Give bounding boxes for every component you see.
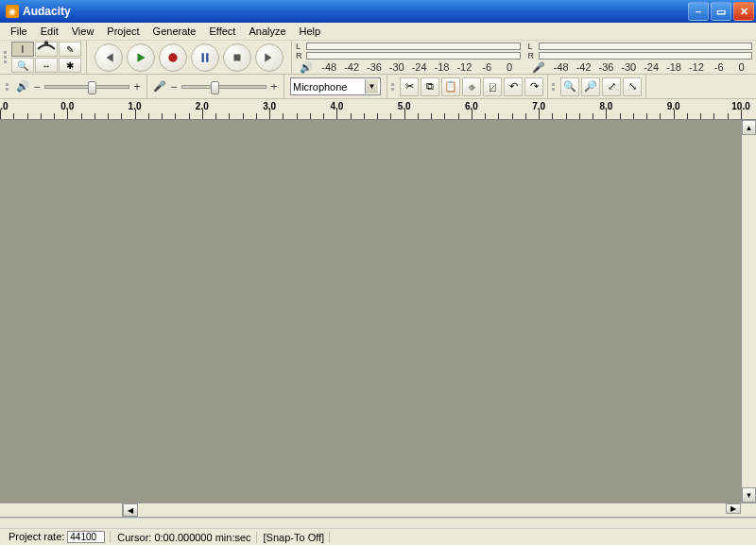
skip-end-button[interactable] — [255, 43, 284, 72]
menu-analyze[interactable]: Analyze — [242, 24, 292, 39]
pause-button[interactable] — [191, 43, 219, 72]
zoom-out-button[interactable]: 🔎 — [581, 77, 600, 96]
snap-mode[interactable]: [Snap-To Off] — [259, 532, 331, 543]
grip[interactable] — [6, 83, 9, 91]
window-controls: – ▭ ✕ — [688, 2, 754, 21]
scroll-left-button[interactable]: ◀ — [123, 503, 138, 517]
envelope-tool[interactable] — [35, 42, 58, 57]
trim-button[interactable]: ⎆ — [462, 77, 481, 96]
svg-rect-2 — [234, 54, 241, 60]
scroll-right-button[interactable]: ▶ — [726, 503, 741, 514]
multi-tool[interactable]: ✱ — [59, 58, 81, 73]
grip[interactable] — [552, 83, 556, 91]
grip[interactable] — [391, 83, 395, 91]
titlebar: ◉ Audacity – ▭ ✕ — [0, 0, 756, 23]
fit-selection-button[interactable]: ⤢ — [602, 77, 621, 96]
fit-project-button[interactable]: ⤡ — [623, 77, 642, 96]
silence-button[interactable]: ⍁ — [483, 77, 502, 96]
cut-button[interactable]: ✂ — [400, 77, 419, 96]
menu-project[interactable]: Project — [100, 24, 146, 39]
menu-view[interactable]: View — [65, 24, 101, 39]
meter-r-label: R — [296, 51, 303, 60]
cursor-position: Cursor: 0:00.000000 min:sec — [112, 532, 256, 543]
track-area: ▲ ▼ — [0, 120, 756, 502]
close-button[interactable]: ✕ — [733, 2, 754, 21]
menu-effect[interactable]: Effect — [202, 24, 242, 39]
maximize-button[interactable]: ▭ — [711, 2, 731, 21]
play-button[interactable] — [127, 43, 155, 72]
menu-help[interactable]: Help — [293, 24, 328, 39]
paste-button[interactable]: 📋 — [441, 77, 460, 96]
zoom-in-button[interactable]: 🔍 — [560, 77, 579, 96]
skip-start-button[interactable] — [94, 43, 123, 72]
meter-l-label: L — [296, 42, 303, 51]
speaker-icon: 🔊 — [16, 80, 29, 93]
track-canvas[interactable] — [0, 120, 741, 502]
input-meter-l[interactable] — [539, 43, 753, 50]
draw-tool[interactable]: ✎ — [59, 42, 81, 57]
input-volume-slider[interactable] — [181, 85, 266, 89]
horizontal-scrollbar[interactable]: ◀ ▶ — [123, 503, 741, 517]
window-title: Audacity — [23, 5, 688, 18]
menu-edit[interactable]: Edit — [34, 24, 65, 39]
transport-group — [87, 41, 292, 74]
output-meter-r[interactable] — [306, 52, 521, 60]
edit-group: ✂ ⧉ 📋 ⎆ ⍁ ↶ ↷ — [387, 75, 548, 98]
mic-icon: 🎤 — [528, 60, 550, 74]
input-volume-group: 🎤 − + — [147, 75, 284, 98]
statusbar: Project rate: Cursor: 0:00.000000 min:se… — [0, 529, 756, 545]
vertical-scrollbar[interactable]: ▲ ▼ — [741, 120, 756, 502]
project-rate-cell: Project rate: — [4, 531, 111, 543]
horizontal-scroll-row: ◀ ▶ — [0, 502, 756, 518]
redo-button[interactable]: ↷ — [524, 77, 543, 96]
menu-generate[interactable]: Generate — [146, 24, 203, 39]
selection-tool[interactable]: I — [11, 42, 34, 57]
output-volume-slider[interactable] — [44, 85, 129, 89]
record-button[interactable] — [159, 43, 187, 72]
output-volume-group: 🔊 − + — [0, 75, 147, 98]
tools-group: I ✎ 🔍 ↔ ✱ — [0, 41, 87, 74]
mic-icon: 🎤 — [153, 80, 166, 93]
input-source-select[interactable]: Microphone ▼ — [290, 77, 381, 95]
selection-bar[interactable] — [0, 518, 756, 529]
output-meter-scale: 🔊 -48-42-36-30-24-18-12-60 — [296, 60, 521, 74]
secondary-toolbar: 🔊 − + 🎤 − + Microphone ▼ ✂ ⧉ 📋 ⎆ ⍁ ↶ ↷ 🔍… — [0, 75, 756, 99]
zoom-tool[interactable]: 🔍 — [11, 58, 34, 73]
chevron-down-icon: ▼ — [365, 79, 378, 94]
timeline-ruler[interactable]: -1.00.01.02.03.04.05.06.07.08.09.010.0 — [0, 99, 756, 120]
input-meter-r[interactable] — [539, 52, 753, 60]
svg-point-0 — [44, 41, 48, 44]
scroll-up-button[interactable]: ▲ — [742, 120, 756, 135]
input-meter: L R 🎤 -48-42-36-30-24-18-12-60 — [524, 41, 757, 74]
grip[interactable] — [4, 51, 8, 63]
scroll-down-button[interactable]: ▼ — [742, 487, 756, 502]
svg-point-1 — [168, 53, 177, 61]
timeshift-tool[interactable]: ↔ — [35, 58, 58, 73]
output-meter: L R 🔊 -48-42-36-30-24-18-12-60 — [292, 41, 524, 74]
input-source-group: Microphone ▼ — [284, 75, 387, 98]
copy-button[interactable]: ⧉ — [421, 77, 439, 96]
speaker-icon: 🔊 — [296, 60, 318, 74]
zoom-group: 🔍 🔎 ⤢ ⤡ — [548, 75, 646, 98]
minimize-button[interactable]: – — [688, 2, 709, 21]
menubar: File Edit View Project Generate Effect A… — [0, 23, 756, 41]
main-toolbar: I ✎ 🔍 ↔ ✱ L R 🔊 -48-42-36-30-24-18-12-60… — [0, 41, 756, 75]
menu-file[interactable]: File — [4, 24, 34, 39]
app-icon: ◉ — [6, 5, 19, 18]
undo-button[interactable]: ↶ — [504, 77, 523, 96]
stop-button[interactable] — [223, 43, 251, 72]
project-rate-input[interactable] — [67, 531, 105, 543]
output-meter-l[interactable] — [306, 43, 521, 50]
input-meter-scale: 🎤 -48-42-36-30-24-18-12-60 — [528, 60, 753, 74]
